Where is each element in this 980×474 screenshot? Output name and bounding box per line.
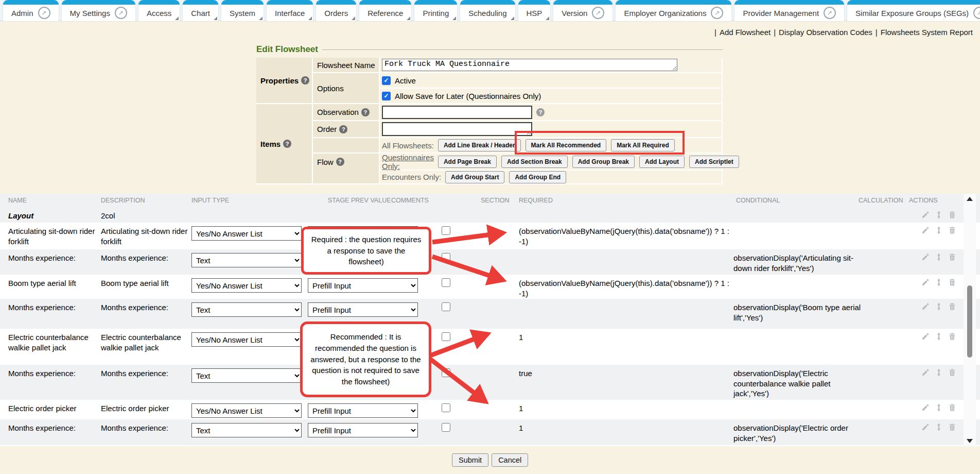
input-type-select[interactable]: Text <box>191 253 302 267</box>
add-line-break-header-button[interactable]: Add Line Break / Header <box>438 139 521 151</box>
add-page-break-button[interactable]: Add Page Break <box>438 156 497 168</box>
nav-tab-my-settings[interactable]: My Settings <box>62 0 135 21</box>
delete-icon[interactable] <box>948 253 956 261</box>
move-icon[interactable] <box>935 253 943 261</box>
delete-icon[interactable] <box>948 302 956 311</box>
comments-checkbox[interactable] <box>442 423 450 432</box>
input-type-select[interactable]: Text <box>191 368 302 383</box>
edit-icon[interactable] <box>921 423 930 431</box>
submit-button[interactable]: Submit <box>452 453 488 467</box>
add-group-end-button[interactable]: Add Group End <box>509 171 566 183</box>
delete-icon[interactable] <box>948 278 956 286</box>
stage-prev-value-select[interactable]: Prefill Input <box>308 423 418 437</box>
nav-tab-chart[interactable]: Chart <box>183 0 218 21</box>
edit-icon[interactable] <box>921 278 930 286</box>
open-new-window-icon[interactable] <box>592 7 604 19</box>
add-section-break-button[interactable]: Add Section Break <box>501 156 568 168</box>
add-scriptlet-button[interactable]: Add Scriptlet <box>689 156 739 168</box>
delete-icon[interactable] <box>948 211 956 219</box>
input-type-select[interactable]: Text <box>191 423 302 437</box>
observation-help-icon[interactable] <box>361 108 370 116</box>
move-icon[interactable] <box>935 211 943 219</box>
nav-tab-hsp[interactable]: HSP <box>518 0 551 21</box>
flow-help-icon[interactable] <box>336 158 344 166</box>
nav-tab-reference[interactable]: Reference <box>359 0 411 21</box>
edit-icon[interactable] <box>921 403 930 412</box>
delete-icon[interactable] <box>948 403 956 412</box>
move-icon[interactable] <box>935 368 943 377</box>
add-layout-button[interactable]: Add Layout <box>639 156 685 168</box>
scroll-up-button[interactable] <box>964 195 976 203</box>
nav-tab-scheduling[interactable]: Scheduling <box>460 0 515 21</box>
comments-checkbox[interactable] <box>442 253 450 262</box>
mark-all-recommended-button[interactable]: Mark All Recommended <box>526 139 607 151</box>
properties-help-icon[interactable] <box>301 76 309 84</box>
move-icon[interactable] <box>935 403 943 412</box>
edit-icon[interactable] <box>921 253 930 261</box>
move-icon[interactable] <box>935 332 943 341</box>
scrollbar-thumb[interactable] <box>967 285 972 358</box>
delete-icon[interactable] <box>948 226 956 234</box>
edit-icon[interactable] <box>921 302 930 311</box>
move-icon[interactable] <box>935 278 943 286</box>
flowsheet-name-input[interactable]: Fork Truck MA Questionnaire <box>382 59 677 71</box>
comments-checkbox[interactable] <box>442 302 450 311</box>
open-new-window-icon[interactable] <box>115 7 127 19</box>
nav-tab-access[interactable]: Access <box>138 0 180 21</box>
items-help-icon[interactable] <box>283 140 291 148</box>
vertical-scrollbar[interactable] <box>964 194 976 446</box>
comments-checkbox[interactable] <box>442 278 450 287</box>
edit-icon[interactable] <box>921 332 930 341</box>
input-type-select[interactable]: Yes/No Answer List <box>191 403 302 418</box>
order-help-icon[interactable] <box>339 125 347 133</box>
nav-tab-orders[interactable]: Orders <box>316 0 356 21</box>
open-new-window-icon[interactable] <box>711 7 723 19</box>
edit-icon[interactable] <box>921 368 930 377</box>
delete-icon[interactable] <box>948 423 956 431</box>
open-new-window-icon[interactable] <box>824 7 836 19</box>
edit-icon[interactable] <box>921 226 930 234</box>
link-flowsheets-system-report[interactable]: Flowsheets System Report <box>881 28 973 37</box>
move-icon[interactable] <box>935 226 943 234</box>
add-group-break-button[interactable]: Add Group Break <box>572 156 635 168</box>
nav-tab-similar-exposure-groups-segs[interactable]: Similar Exposure Groups (SEGs) <box>847 0 980 21</box>
comments-checkbox[interactable] <box>442 368 450 377</box>
allow-save-checkbox[interactable] <box>382 92 391 100</box>
row-required: 1 <box>519 400 733 419</box>
delete-icon[interactable] <box>948 368 956 377</box>
input-type-select[interactable]: Yes/No Answer List <box>191 278 302 293</box>
nav-tab-provider-management[interactable]: Provider Management <box>734 0 844 21</box>
input-type-select[interactable]: Text <box>191 302 302 317</box>
nav-tab-system[interactable]: System <box>221 0 264 21</box>
order-input[interactable] <box>382 122 532 136</box>
input-type-select[interactable]: Yes/No Answer List <box>191 332 302 347</box>
cancel-button[interactable]: Cancel <box>492 453 528 467</box>
observation-input[interactable] <box>382 106 532 119</box>
open-new-window-icon[interactable] <box>38 7 50 19</box>
comments-checkbox[interactable] <box>442 403 450 412</box>
nav-tab-admin[interactable]: Admin <box>3 0 59 21</box>
questionnaires-only-link[interactable]: Questionnaires Only: <box>382 153 434 171</box>
open-new-window-icon[interactable] <box>973 7 980 19</box>
move-icon[interactable] <box>935 423 943 431</box>
link-display-observation-codes[interactable]: Display Observation Codes <box>779 28 872 37</box>
stage-prev-value-select[interactable]: Prefill Input <box>308 278 418 293</box>
nav-tab-interface[interactable]: Interface <box>267 0 313 21</box>
add-group-start-button[interactable]: Add Group Start <box>445 171 504 183</box>
nav-tab-version[interactable]: Version <box>553 0 612 21</box>
stage-prev-value-select[interactable]: Prefill Input <box>308 302 418 317</box>
move-icon[interactable] <box>935 302 943 311</box>
comments-checkbox[interactable] <box>442 226 450 235</box>
stage-prev-value-select[interactable]: Prefill Input <box>308 403 418 418</box>
input-type-select[interactable]: Yes/No Answer List <box>191 226 302 241</box>
scroll-down-button[interactable] <box>964 437 976 445</box>
comments-checkbox[interactable] <box>442 332 450 341</box>
mark-all-required-button[interactable]: Mark All Required <box>611 139 675 151</box>
delete-icon[interactable] <box>948 332 956 341</box>
active-checkbox[interactable] <box>382 76 391 85</box>
edit-icon[interactable] <box>921 211 930 219</box>
observation-value-help-icon[interactable] <box>536 108 545 116</box>
link-add-flowsheet[interactable]: Add Flowsheet <box>720 28 771 37</box>
nav-tab-employer-organizations[interactable]: Employer Organizations <box>616 0 731 21</box>
nav-tab-printing[interactable]: Printing <box>414 0 457 21</box>
